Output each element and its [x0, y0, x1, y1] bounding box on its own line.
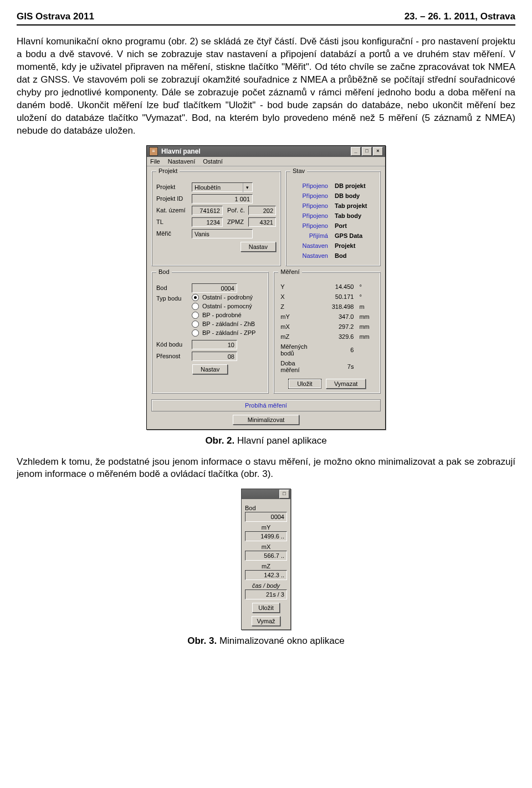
label-typ-bodu: Typ bodu	[156, 295, 190, 302]
mini-field-mz: 142.3 ..	[245, 570, 287, 580]
mereni-row: X50.171°	[279, 292, 375, 301]
radio-icon	[192, 294, 199, 301]
stav-row: NastavenBod	[291, 251, 375, 260]
mereni-row: Z318.498m	[279, 302, 375, 311]
stav-row: PřijímáGPS Data	[291, 231, 375, 240]
label-presnost: Přesnost	[156, 353, 190, 359]
label-tl: TL	[156, 218, 190, 225]
menu-nastaveni[interactable]: Nastavení	[168, 158, 196, 165]
label-projekt: Projekt	[156, 184, 190, 190]
mini-label-mx: mX	[245, 543, 287, 550]
paragraph-2: Vzhledem k tomu, že podstatné jsou jenom…	[17, 456, 515, 481]
field-kat-uzemi[interactable]: 741612	[192, 206, 223, 215]
field-tl[interactable]: 1234	[192, 217, 223, 227]
mini-field-my: 1499.6 ..	[245, 531, 287, 541]
mini-titlebar[interactable]: □	[242, 489, 290, 499]
button-minimalizovat[interactable]: Minimalizovat	[233, 415, 299, 425]
header-rule	[17, 24, 515, 26]
mereni-row: Y14.450°	[279, 282, 375, 291]
app-window-main: ≡ Hlavní panel _ □ × File Nastavení Osta…	[146, 145, 386, 430]
stav-row: PřipojenoDB projekt	[291, 181, 375, 190]
radio-ostatni-podrobny[interactable]: Ostatní - podrobný	[192, 294, 264, 301]
mini-label-bod: Bod	[245, 505, 287, 511]
minimize-icon[interactable]: _	[351, 147, 361, 156]
combo-projekt[interactable]: Hloubětín	[192, 182, 253, 192]
mereni-row: mY347.0mm	[279, 312, 375, 321]
radio-label: BP - podrobné	[202, 312, 242, 318]
java-icon: ≡	[149, 147, 158, 156]
header-right: 23. – 26. 1. 2011, Ostrava	[405, 11, 515, 22]
field-zpmz[interactable]: 4321	[248, 217, 276, 227]
field-meric[interactable]: Vanis	[192, 229, 253, 238]
button-nastav-bod[interactable]: Nastav	[192, 364, 228, 374]
mini-label-cas: čas / body	[245, 582, 287, 589]
stav-row: PřipojenoTab body	[291, 211, 375, 220]
label-meric: Měřič	[156, 230, 190, 237]
group-stav: Stav PřipojenoDB projekt PřipojenoDB bod…	[285, 171, 381, 266]
stav-row: PřipojenoDB body	[291, 191, 375, 200]
radio-bp-zpp[interactable]: BP - základní - ZPP	[192, 329, 264, 337]
mini-field-cas: 21s / 3	[245, 589, 287, 599]
radio-label: BP - základní - ZPP	[202, 329, 255, 336]
stav-row: PřipojenoTab projekt	[291, 201, 375, 210]
label-kod-bodu: Kód bodu	[156, 341, 190, 348]
mini-field-mx: 566.7 ..	[245, 551, 287, 561]
paragraph-1: Hlavní komunikační okno programu (obr. 2…	[17, 35, 515, 138]
stav-row: PřipojenoPort	[291, 221, 375, 230]
radio-icon	[192, 321, 199, 328]
status-bar: Probíhá měření	[151, 399, 381, 411]
group-projekt: Projekt Projekt Hloubětín Projekt ID 1 0…	[151, 171, 281, 266]
mini-button-ulozit[interactable]: Uložit	[252, 603, 280, 613]
mini-label-mz: mZ	[245, 563, 287, 570]
label-bod: Bod	[156, 284, 190, 291]
field-por-c[interactable]: 202	[248, 206, 276, 215]
menubar: File Nastavení Ostatní	[147, 157, 385, 166]
caption-obr3: Obr. 3. Minimalizované okno aplikace	[17, 636, 515, 647]
field-presnost[interactable]: 08	[192, 352, 237, 361]
mereni-row: mX297.2mm	[279, 322, 375, 331]
radio-bp-zhb[interactable]: BP - základní - ZhB	[192, 321, 264, 328]
radio-icon	[192, 312, 199, 319]
titlebar[interactable]: ≡ Hlavní panel _ □ ×	[147, 146, 385, 157]
radio-label: Ostatní - pomocný	[202, 303, 252, 309]
radio-ostatni-pomocny[interactable]: Ostatní - pomocný	[192, 303, 264, 310]
label-zpmz: ZPMZ	[227, 218, 246, 225]
label-kat-uzemi: Kat. území	[156, 207, 190, 213]
window-title: Hlavní panel	[161, 148, 201, 155]
legend-mereni: Měření	[278, 268, 301, 275]
label-projekt-id: Projekt ID	[156, 195, 190, 202]
group-bod: Bod Bod 0004 Typ bodu Ostatní - podrobný	[151, 272, 269, 394]
radio-label: BP - základní - ZhB	[202, 321, 255, 327]
header-left: GIS Ostrava 2011	[17, 11, 94, 22]
field-projekt-id[interactable]: 1 001	[192, 194, 253, 204]
menu-file[interactable]: File	[150, 158, 160, 165]
mereni-row: Měřených bodů6	[279, 342, 375, 358]
close-icon[interactable]: ×	[373, 147, 383, 156]
caption-obr2: Obr. 2. Hlavní panel aplikace	[17, 435, 515, 446]
radio-icon	[192, 329, 199, 337]
group-mereni: Měření Y14.450° X50.171° Z318.498m mY347…	[273, 272, 381, 394]
legend-projekt: Projekt	[156, 167, 180, 174]
button-vymazat[interactable]: Vymazat	[326, 379, 366, 389]
legend-bod: Bod	[156, 268, 172, 275]
button-ulozit[interactable]: Uložit	[288, 379, 321, 389]
radio-icon	[192, 303, 199, 310]
mini-label-my: mY	[245, 524, 287, 531]
mini-button-vymaz[interactable]: Vymaž	[252, 616, 280, 626]
app-window-mini: □ Bod 0004 mY 1499.6 .. mX 566.7 .. mZ 1…	[241, 489, 291, 630]
mereni-row: Doba měření7s	[279, 359, 375, 374]
field-bod[interactable]: 0004	[192, 283, 237, 293]
menu-ostatni[interactable]: Ostatní	[203, 158, 222, 165]
label-por-c: Poř. č.	[227, 207, 246, 213]
radio-bp-podrobne[interactable]: BP - podrobné	[192, 312, 264, 319]
mereni-row: mZ329.6mm	[279, 332, 375, 341]
radio-label: Ostatní - podrobný	[202, 294, 253, 301]
maximize-icon[interactable]: □	[362, 147, 372, 156]
button-nastav-projekt[interactable]: Nastav	[241, 242, 276, 252]
field-kod-bodu[interactable]: 10	[192, 340, 237, 349]
mini-max-icon[interactable]: □	[279, 490, 289, 499]
stav-table: PřipojenoDB projekt PřipojenoDB body Při…	[290, 180, 376, 261]
stav-row: NastavenProjekt	[291, 241, 375, 250]
mini-field-bod[interactable]: 0004	[245, 512, 287, 522]
mereni-table: Y14.450° X50.171° Z318.498m mY347.0mm mX…	[278, 281, 376, 375]
